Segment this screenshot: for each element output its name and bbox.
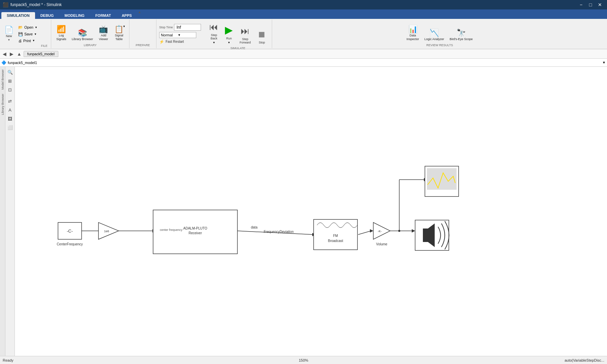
text-button[interactable]: A [6, 106, 14, 114]
model-browser-label[interactable]: Model Browser [1, 69, 4, 90]
file-section-label: FILE [40, 44, 49, 48]
status-solver: auto(VariableStepDisc... [404, 358, 604, 362]
stop-time-section: Stop Time Normal ▼ ⚡ Fast Restart [156, 20, 204, 48]
block-center-freq-text: -C- [67, 229, 73, 234]
review-buttons: 📊 DataInspector 📉 Logic Analyzer 🔭 Bird'… [404, 20, 475, 43]
fit-view-button[interactable]: ⊞ [6, 77, 14, 85]
addr-path: funpack5_model1 [8, 61, 602, 65]
file-section: 📄 New ▼ 📂 Open ▼ 💾 Save ▼ 🖨 Print ▼ FILE [0, 20, 51, 48]
adalm-top-text: ADALM-PLUTO [183, 226, 207, 230]
main-content: Model Browser Library Browser 🔍 ⊞ ⊡ ⇄ A … [0, 67, 607, 356]
step-forward-button[interactable]: ⏭ StepForward [236, 24, 254, 46]
addr-dropdown-button[interactable]: ▼ [602, 61, 606, 64]
step-forward-icon: ⏭ [241, 26, 250, 36]
library-browser-label[interactable]: Library Browser [1, 94, 4, 115]
new-button[interactable]: 📄 New ▼ [2, 25, 16, 43]
signal-table-icon: 📋 [114, 26, 123, 33]
left-sidebar: 🔍 ⊞ ⊡ ⇄ A 🖼 ⬜ [5, 67, 15, 356]
step-back-button[interactable]: ⏮ StepBack ▼ [206, 20, 221, 46]
app-icon: ⬛ [3, 2, 8, 7]
simulate-buttons: ⏮ StepBack ▼ ▶ Run ▼ ⏭ StepForward ⏹ Sto… [206, 20, 269, 46]
titlebar: ⬛ funpack5_model * - Simulink − □ ✕ [0, 0, 607, 9]
adalm-bottom-text: Receiver [189, 231, 202, 235]
new-icon: 📄 [4, 26, 13, 34]
simulate-section: ⏮ StepBack ▼ ▶ Run ▼ ⏭ StepForward ⏹ Sto… [204, 20, 272, 48]
window-title-area: ⬛ funpack5_model * - Simulink [3, 2, 577, 7]
window-controls: − □ ✕ [577, 1, 604, 8]
arrow-speaker [412, 229, 415, 233]
log-signals-button[interactable]: 📶 LogSignals [54, 24, 69, 43]
block-volume-text: -K- [378, 230, 382, 233]
run-icon: ▶ [225, 24, 233, 36]
tab-debug[interactable]: DEBUG [35, 12, 59, 19]
save-icon: 💾 [18, 32, 23, 36]
solver-dropdown[interactable]: Normal ▼ [159, 32, 196, 38]
breadcrumb-tab[interactable]: funpack5_model [24, 51, 58, 57]
tab-format[interactable]: FORMAT [90, 12, 116, 19]
library-browser-icon: 📚 [78, 29, 87, 37]
ribbon-tabs: SIMULATION DEBUG MODELING FORMAT APPS ▲ [0, 9, 607, 19]
fit-selection-button[interactable]: ⊡ [6, 86, 14, 94]
library-browser-button[interactable]: 📚 Library Browser [69, 28, 95, 43]
fm-text-2: Broadcast [328, 239, 343, 243]
adalm-port-label: center frequency [160, 228, 183, 232]
library-section: 📶 LogSignals 📚 Library Browser 📺 AddView… [51, 20, 129, 48]
signal-table-button[interactable]: 📋 SignalTable ▼ [112, 24, 126, 43]
wire-4 [358, 231, 371, 235]
add-viewer-button[interactable]: 📺 AddViewer [96, 24, 111, 43]
minimize-button[interactable]: − [577, 1, 585, 8]
stop-button[interactable]: ⏹ Stop [254, 28, 269, 46]
add-viewer-icon: 📺 [99, 26, 108, 33]
data-inspector-button[interactable]: 📊 DataInspector [404, 24, 422, 43]
prepare-section: PREPARE [129, 20, 156, 48]
window-title: funpack5_model * - Simulink [10, 2, 62, 7]
save-button[interactable]: 💾 Save ▼ [16, 31, 40, 37]
library-section-label: LIBRARY [54, 43, 126, 48]
print-icon: 🖨 [18, 39, 22, 43]
nav-up-button[interactable]: ▲ [16, 51, 23, 57]
far-left-panel: Model Browser Library Browser [0, 67, 5, 356]
arrow-4 [370, 229, 373, 233]
open-button[interactable]: 📂 Open ▼ [16, 24, 40, 31]
library-buttons: 📶 LogSignals 📚 Library Browser 📺 AddView… [54, 20, 126, 43]
address-bar: 🔷 funpack5_model1 ▼ [0, 59, 607, 67]
print-button[interactable]: 🖨 Print ▼ [16, 38, 40, 44]
review-section-label: REVIEW RESULTS [275, 43, 604, 48]
data-label: data [251, 225, 258, 229]
nav-forward-button[interactable]: ▶ [8, 51, 15, 57]
step-back-icon: ⏮ [209, 22, 218, 32]
nav-back-button[interactable]: ◀ [1, 51, 8, 57]
fm-text-1: FM [333, 234, 338, 238]
image-button[interactable]: 🖼 [6, 115, 14, 123]
fast-restart-button[interactable]: ⚡ Fast Restart [159, 39, 201, 44]
block-gain-1e6-text: 1e6 [104, 230, 109, 233]
zoom-in-button[interactable]: 🔍 [6, 68, 14, 76]
diagram-canvas[interactable]: data FrequencyDeviation -C- CenterFreque… [15, 67, 607, 356]
diagram-svg: data FrequencyDeviation -C- CenterFreque… [15, 67, 607, 356]
birds-eye-scope-button[interactable]: 🔭 Bird's-Eye Scope [447, 28, 475, 43]
tab-modeling[interactable]: MODELING [59, 12, 90, 19]
stop-time-input[interactable] [174, 24, 201, 31]
scope-screen-bg [427, 168, 457, 190]
tab-simulation[interactable]: SIMULATION [1, 12, 35, 19]
close-button[interactable]: ✕ [596, 1, 604, 8]
ribbon-expand-button[interactable]: ▲ [137, 9, 142, 14]
stop-time-label: Stop Time [159, 26, 173, 29]
block-volume-gain[interactable] [373, 222, 390, 239]
data-inspector-icon: 📊 [408, 26, 417, 33]
freq-dev-label: FrequencyDeviation [264, 230, 294, 234]
maximize-button[interactable]: □ [586, 1, 595, 8]
status-ready: Ready [3, 358, 203, 362]
tab-apps[interactable]: APPS [116, 12, 137, 19]
block-center-freq-label: CenterFrequency [57, 242, 83, 246]
navbar: ◀ ▶ ▲ funpack5_model [0, 49, 607, 59]
open-icon: 📂 [18, 25, 23, 30]
simulate-section-label: SIMULATE [206, 46, 269, 51]
status-zoom: 150% [203, 358, 404, 362]
run-button[interactable]: ▶ Run ▼ [222, 22, 236, 46]
arrows-button[interactable]: ⇄ [6, 97, 14, 105]
volume-label: Volume [376, 242, 387, 246]
logic-analyzer-button[interactable]: 📉 Logic Analyzer [422, 28, 447, 43]
review-section: 📊 DataInspector 📉 Logic Analyzer 🔭 Bird'… [272, 20, 607, 48]
shape-button[interactable]: ⬜ [6, 123, 14, 131]
